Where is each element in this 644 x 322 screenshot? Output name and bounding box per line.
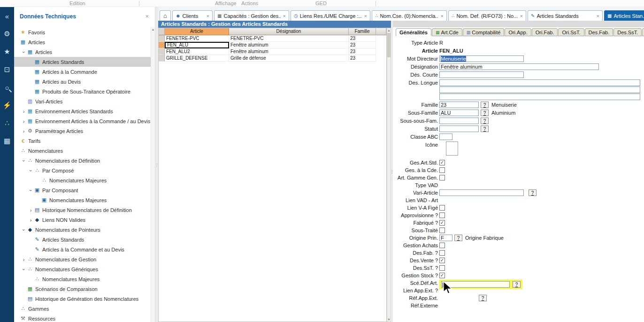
menu-ged[interactable]: GED: [315, 0, 327, 6]
field-input-sce-def-art[interactable]: [441, 281, 510, 288]
table-row[interactable]: FENETRE-PVCFENETRE-PVC23: [159, 35, 386, 42]
cell-designation[interactable]: Fenêtre aluminum: [229, 48, 349, 55]
menu-actions[interactable]: Actions: [241, 0, 258, 6]
home-tab[interactable]: ⌂: [160, 10, 171, 21]
modules-icon[interactable]: ▦: [1, 135, 13, 147]
tree-item-nomenclatures-de-pointeurs[interactable]: ›◆Nomenclatures de Pointeurs: [14, 225, 151, 235]
chevron-closed-icon[interactable]: ›: [21, 128, 27, 134]
checkbox[interactable]: [439, 167, 445, 173]
field-input-sous-sous-fam[interactable]: [439, 118, 479, 124]
tree-item-nomenclatures-de-gestion[interactable]: ›∴Nomenclatures de Gestion: [14, 254, 151, 264]
chevron-closed-icon[interactable]: ›: [28, 217, 34, 223]
cell-designation[interactable]: Fenêtre aluminum: [229, 42, 349, 48]
tab-close-icon[interactable]: ×: [283, 13, 286, 19]
help-button[interactable]: ?: [481, 118, 489, 124]
checkbox[interactable]: ✓: [439, 273, 445, 278]
tab-nom-cse-0-nomencla[interactable]: ∴Nom.Cse. (0):Nomencla...×: [372, 10, 447, 21]
text-input-line[interactable]: [439, 86, 640, 93]
tab-capacites-gestion-des[interactable]: ▦Capacités : Gestion des...×: [214, 10, 289, 21]
cell-designation[interactable]: Grille de défense: [229, 55, 349, 62]
cell-famille[interactable]: 23: [349, 35, 376, 42]
tree-item-liens-non-valides[interactable]: ›◆Liens NON Valides: [14, 215, 151, 225]
cell-famille[interactable]: 23: [349, 48, 376, 55]
field-input-statut[interactable]: [439, 126, 479, 132]
tree-item-scenarios-de-comparaison[interactable]: ▦Scénarios de Comparaison: [14, 284, 151, 294]
field-input-classe-abc[interactable]: [439, 134, 452, 140]
checkbox[interactable]: [439, 243, 445, 248]
tree-item-articles-standards[interactable]: ✎Articles Standards: [14, 235, 151, 244]
tree-item-par-compose[interactable]: ›∴Par Composé: [14, 165, 151, 175]
chevron-open-icon[interactable]: ›: [21, 266, 27, 272]
tree-close-icon[interactable]: ×: [144, 13, 150, 20]
tab-close-icon[interactable]: ×: [364, 13, 367, 19]
tree-scrollbar[interactable]: ▲: [151, 27, 155, 322]
chevron-open-icon[interactable]: ›: [21, 227, 27, 233]
table-row[interactable]: FEN_ALUFenêtre aluminum23: [159, 42, 386, 48]
tree-item-environnement-articles-standards[interactable]: ›▦Environnement Articles Standards: [14, 106, 151, 116]
form-tab-ori-fab[interactable]: Ori.Fab.: [532, 28, 558, 36]
row-selector[interactable]: [159, 48, 165, 55]
cell-article[interactable]: FEN_ALU2: [165, 48, 229, 55]
menu-affichage[interactable]: Affichage: [215, 0, 237, 6]
tree-item-produits-de-sous-traitance-operatoire[interactable]: ▦Produits de Sous-Traitance Opératoire: [14, 86, 151, 96]
tree-item-parametrage-articles[interactable]: ›⚙Paramétrage Articles: [14, 126, 151, 136]
search-icon[interactable]: ○: [1, 81, 13, 94]
cell-article[interactable]: FENETRE-PVC: [165, 35, 229, 42]
tree-item-articles-standards[interactable]: ▦Articles Standards: [14, 57, 151, 67]
chevron-open-icon[interactable]: ›: [28, 167, 34, 173]
tab-close-icon[interactable]: ×: [597, 13, 599, 19]
hierarchy-icon[interactable]: ∴: [1, 117, 13, 129]
tab-close-icon[interactable]: ×: [441, 13, 444, 19]
row-selector[interactable]: [159, 35, 165, 42]
cell-article[interactable]: FEN_ALU: [165, 42, 229, 48]
row-selector[interactable]: [159, 55, 165, 62]
checkbox[interactable]: [439, 175, 445, 181]
tab-close-icon[interactable]: ×: [207, 13, 209, 19]
lightning-icon[interactable]: ⚡: [1, 99, 13, 111]
field-input-origine-prin[interactable]: F: [439, 235, 452, 241]
gear-icon[interactable]: ⚙: [1, 28, 13, 40]
cell-famille[interactable]: 23: [349, 55, 376, 62]
tree-item-nomenclatures-majeures[interactable]: ∴Nomenclatures Majeures: [14, 274, 151, 284]
cell-article[interactable]: GRILLE_DEFENSE: [165, 55, 229, 62]
tab-liens-res-ume-charge[interactable]: ◷Liens Res./UME Charge :...×: [291, 10, 370, 21]
tree-item-nomenclatures-de-definition[interactable]: ›∴Nomenclatures de Définition: [14, 156, 151, 165]
tree-item-environnement-articles-a-la-commande-au-devis[interactable]: ›▦Environnement Articles à la Commande /…: [14, 116, 151, 126]
tab-clients[interactable]: ☻Clients×: [172, 10, 213, 21]
field-input-sous-famille[interactable]: ALU: [439, 110, 479, 116]
column-header-designation[interactable]: Désignation: [229, 28, 349, 35]
tree-item-ressources[interactable]: ⚒Ressources: [14, 314, 151, 322]
chevron-open-icon[interactable]: ›: [21, 49, 27, 55]
tree-item-favoris[interactable]: ★Favoris: [14, 27, 151, 37]
tab-close-icon[interactable]: ×: [520, 13, 523, 19]
tree-item-articles[interactable]: ›▦Articles: [14, 47, 151, 57]
help-button[interactable]: ?: [481, 126, 489, 132]
menu-edition[interactable]: Edition: [69, 0, 85, 6]
field-input-designation[interactable]: Fenêtre aluminum: [439, 63, 599, 70]
field-input-vari-article[interactable]: [439, 189, 524, 196]
chevron-open-icon[interactable]: ›: [28, 187, 34, 193]
checkbox[interactable]: [439, 228, 445, 233]
help-button[interactable]: ?: [481, 110, 489, 116]
row-selector[interactable]: [159, 42, 165, 48]
form-tab-ori-sst[interactable]: Ori.SsT.: [558, 28, 584, 36]
favorites-star-icon[interactable]: ★: [1, 46, 13, 58]
chevron-open-icon[interactable]: ›: [21, 157, 27, 164]
monitor-icon[interactable]: ⊡: [1, 63, 13, 76]
cell-designation[interactable]: FENETRE-PVC: [229, 35, 349, 42]
collapse-sidebar-icon[interactable]: «: [1, 10, 13, 22]
tab-articles-standards[interactable]: ✎Articles Standards×: [528, 10, 603, 21]
grid-scroll-down-icon[interactable]: ▼: [387, 317, 391, 322]
chevron-closed-icon[interactable]: ›: [21, 257, 27, 262]
tree-item-nomenclatures-majeures[interactable]: ▣Nomenclatures Majeures: [14, 195, 151, 205]
grid-scrollbar[interactable]: ▲ ▼: [387, 28, 391, 322]
help-button[interactable]: ?: [513, 281, 521, 288]
form-tab-art-cde[interactable]: ▦Art.Cde: [432, 28, 462, 36]
chevron-closed-icon[interactable]: ›: [28, 207, 34, 213]
form-tab-comptabilite[interactable]: ▥Comptabilité: [463, 28, 505, 36]
tree-item-vari-articles[interactable]: ▥Vari-Articles: [14, 96, 151, 106]
selector-column-header[interactable]: [159, 28, 165, 35]
checkbox[interactable]: ✓: [439, 258, 445, 263]
field-input-des-courte[interactable]: [439, 71, 524, 78]
tree-item-nomenclatures-generiques[interactable]: ›∴Nomenclatures Génériques: [14, 264, 151, 274]
